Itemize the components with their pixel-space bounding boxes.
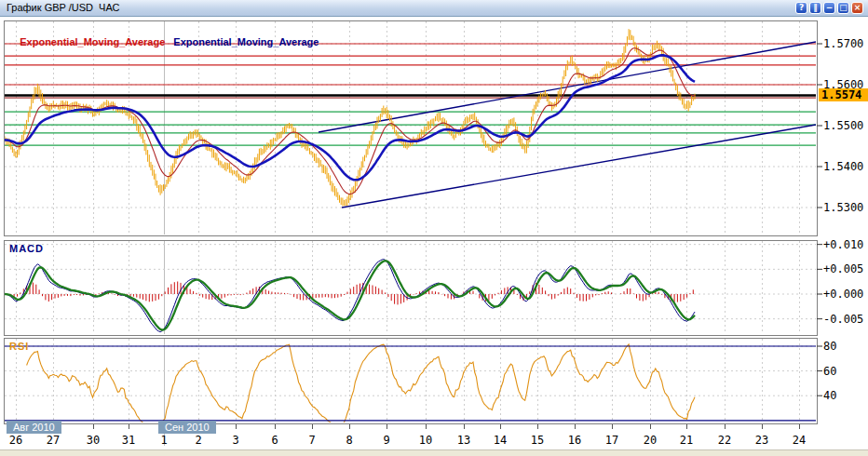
price-axis-label: 1.5500 <box>823 119 863 132</box>
date-axis-label: 13 <box>457 434 470 447</box>
price-chart-area[interactable] <box>4 20 817 235</box>
chart-window: График GBP /USD ЧАС ? ‖ − □ × Exponentia… <box>0 0 868 456</box>
date-axis-label: 27 <box>47 434 60 447</box>
date-axis-label: 16 <box>568 434 581 447</box>
date-axis-label: 8 <box>346 434 352 447</box>
macd-axis-label: -0.005 <box>823 313 863 326</box>
price-axis-label: 1.5700 <box>823 37 863 50</box>
date-axis-label: 9 <box>383 434 389 447</box>
date-axis-label: 17 <box>605 434 618 447</box>
rsi-chart-area[interactable] <box>4 338 817 423</box>
date-axis-label: 1 <box>160 434 167 447</box>
date-axis-label: 10 <box>419 434 432 447</box>
status-strip <box>0 449 868 456</box>
macd-axis-label: +0.010 <box>823 238 863 251</box>
date-axis-label: 22 <box>718 434 731 447</box>
date-axis-label: 31 <box>122 434 135 447</box>
date-axis-label: 14 <box>494 434 507 447</box>
date-axis-label: 2 <box>195 434 201 447</box>
date-axis-label: 26 <box>9 434 22 447</box>
date-axis-label: 15 <box>531 434 544 447</box>
date-axis-label: 20 <box>644 434 657 447</box>
date-axis-label: 23 <box>755 434 768 447</box>
rsi-axis-label: 80 <box>823 340 836 353</box>
date-axis-label: 6 <box>271 434 278 447</box>
date-axis-label: 3 <box>232 434 238 447</box>
macd-axis-label: +0.005 <box>823 262 863 275</box>
date-axis-label: 24 <box>793 434 806 447</box>
macd-axis-label: +0.000 <box>823 288 863 301</box>
date-axis-label: 7 <box>308 434 315 447</box>
rsi-axis-label: 60 <box>823 365 836 378</box>
rsi-axis-label: 40 <box>823 389 836 402</box>
date-axis-label: 30 <box>87 434 100 447</box>
date-axis-label: 21 <box>680 434 693 447</box>
price-axis-label: 1.5600 <box>823 78 863 91</box>
macd-chart-area[interactable] <box>4 240 817 335</box>
price-axis-label: 1.5400 <box>823 160 863 173</box>
price-axis-label: 1.5300 <box>823 201 863 214</box>
